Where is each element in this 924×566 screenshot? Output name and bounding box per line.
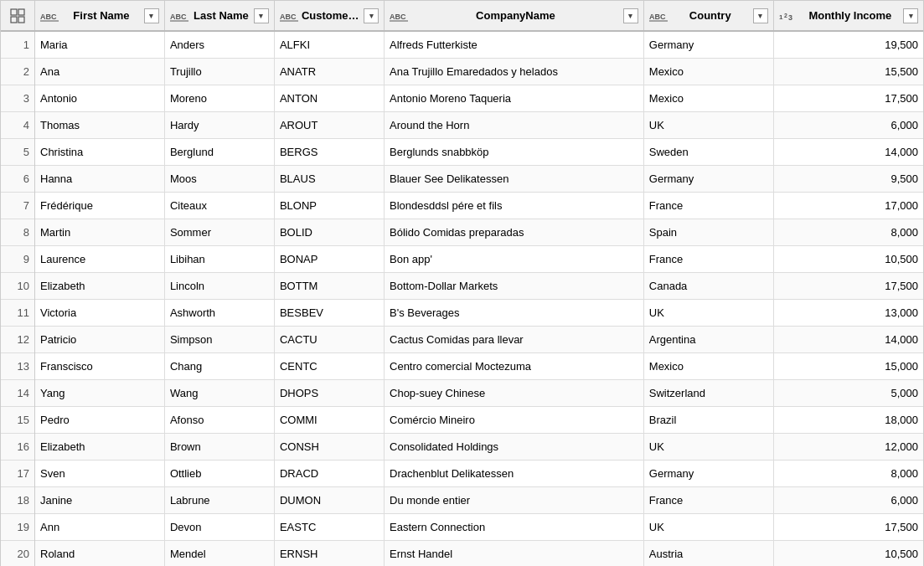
cell-customerid: COMMI [274,406,384,433]
cell-lastname: Trujillo [164,58,274,85]
cell-firstname: Pedro [35,406,165,433]
customerid-header-label: CustomerID [302,9,360,22]
cell-customerid: BERGS [274,138,384,165]
table-row[interactable]: 1MariaAndersALFKIAlfreds FutterkisteGerm… [1,31,923,58]
cell-lastname: Afonso [164,406,274,433]
cell-income: 17,000 [773,192,923,219]
table-row[interactable]: 20RolandMendelERNSHErnst HandelAustria10… [1,540,923,566]
cell-rownum: 9 [1,245,35,272]
cell-companyname: Eastern Connection [385,513,644,540]
cell-rownum: 18 [1,486,35,513]
lastname-header-label: Last Name [192,9,250,22]
table-row[interactable]: 17SvenOttliebDRACDDrachenblut Delikatess… [1,460,923,486]
column-header-rownum [1,1,35,31]
cell-income: 18,000 [773,406,923,433]
table-row[interactable]: 14YangWangDHOPSChop-suey ChineseSwitzerl… [1,379,923,406]
grid-icon [10,8,25,23]
table-row[interactable]: 8MartinSommerBOLIDBólido Comidas prepara… [1,219,923,245]
table-row[interactable]: 4ThomasHardyAROUTAround the HornUK6,000 [1,111,923,138]
svg-text:2: 2 [784,13,787,18]
cell-firstname: Patricio [35,326,165,352]
cell-companyname: Centro comercial Moctezuma [385,352,644,379]
cell-rownum: 7 [1,192,35,219]
cell-rownum: 10 [1,272,35,299]
cell-firstname: Thomas [35,111,165,138]
cell-income: 17,500 [773,272,923,299]
table-row[interactable]: 18JanineLabruneDUMONDu monde entierFranc… [1,486,923,513]
table-row[interactable]: 19AnnDevonEASTCEastern ConnectionUK17,50… [1,513,923,540]
cell-income: 10,500 [773,245,923,272]
table-row[interactable]: 12PatricioSimpsonCACTUCactus Comidas par… [1,326,923,352]
cell-rownum: 17 [1,460,35,486]
firstname-filter-button[interactable]: ▾ [144,8,159,23]
cell-firstname: Maria [35,31,165,58]
cell-lastname: Simpson [164,326,274,352]
column-header-lastname: ABC Last Name▾ [164,1,274,31]
cell-country: Austria [643,540,773,566]
country-filter-button[interactable]: ▾ [753,8,768,23]
firstname-type-icon: ABC [40,10,59,22]
cell-firstname: Ann [35,513,165,540]
cell-customerid: DRACD [274,460,384,486]
table-row[interactable]: 5ChristinaBerglundBERGSBerglunds snabbkö… [1,138,923,165]
svg-text:1: 1 [779,13,783,21]
cell-firstname: Sven [35,460,165,486]
table-row[interactable]: 13FransciscoChangCENTCCentro comercial M… [1,352,923,379]
data-table: ABC First Name▾ ABC Last Name▾ ABC Custo… [0,0,924,566]
table-row[interactable]: 10ElizabethLincolnBOTTMBottom-Dollar Mar… [1,272,923,299]
cell-lastname: Devon [164,513,274,540]
cell-country: Sweden [643,138,773,165]
table-row[interactable]: 15PedroAfonsoCOMMIComércio MineiroBrazil… [1,406,923,433]
cell-country: Germany [643,460,773,486]
cell-lastname: Berglund [164,138,274,165]
income-type-icon: 1 2 3 [779,10,798,22]
income-header-label: Monthly Income [801,9,900,22]
cell-companyname: Comércio Mineiro [385,406,644,433]
cell-companyname: Around the Horn [385,111,644,138]
table-row[interactable]: 7FrédériqueCiteauxBLONPBlondesddsl pére … [1,192,923,219]
cell-companyname: Bon app' [385,245,644,272]
income-filter-button[interactable]: ▾ [903,8,918,23]
customerid-type-icon: ABC [280,10,298,22]
svg-text:3: 3 [788,13,792,22]
table-row[interactable]: 11VictoriaAshworthBESBEVB's BeveragesUK1… [1,299,923,326]
table-row[interactable]: 6HannaMoosBLAUSBlauer See DelikatessenGe… [1,165,923,192]
cell-country: Spain [643,219,773,245]
cell-customerid: ALFKI [274,31,384,58]
cell-country: Argentina [643,326,773,352]
cell-companyname: Blauer See Delikatessen [385,165,644,192]
cell-country: France [643,486,773,513]
cell-income: 6,000 [773,486,923,513]
cell-lastname: Moreno [164,85,274,111]
cell-customerid: BLAUS [274,165,384,192]
customerid-filter-button[interactable]: ▾ [364,8,379,23]
lastname-filter-button[interactable]: ▾ [254,8,269,23]
svg-text:ABC: ABC [170,13,187,21]
cell-income: 15,000 [773,352,923,379]
cell-lastname: Chang [164,352,274,379]
cell-country: UK [643,299,773,326]
companyname-filter-button[interactable]: ▾ [623,8,638,23]
table-row[interactable]: 2AnaTrujilloANATRAna Trujillo Emaredados… [1,58,923,85]
cell-companyname: Chop-suey Chinese [385,379,644,406]
table-row[interactable]: 9LaurenceLibihanBONAPBon app'France10,50… [1,245,923,272]
cell-lastname: Libihan [164,245,274,272]
cell-companyname: Blondesddsl pére et fils [385,192,644,219]
cell-income: 5,000 [773,379,923,406]
cell-lastname: Labrune [164,486,274,513]
cell-income: 9,500 [773,165,923,192]
cell-country: Germany [643,165,773,192]
cell-firstname: Victoria [35,299,165,326]
cell-customerid: EASTC [274,513,384,540]
cell-income: 17,500 [773,513,923,540]
table-row[interactable]: 3AntonioMorenoANTONAntonio Moreno Taquer… [1,85,923,111]
cell-companyname: Bottom-Dollar Markets [385,272,644,299]
cell-customerid: BOLID [274,219,384,245]
cell-country: France [643,192,773,219]
table-row[interactable]: 16ElizabethBrownCONSHConsolidated Holdin… [1,433,923,460]
cell-lastname: Wang [164,379,274,406]
cell-companyname: Alfreds Futterkiste [385,31,644,58]
cell-rownum: 4 [1,111,35,138]
svg-rect-0 [11,9,17,15]
cell-country: Mexico [643,352,773,379]
